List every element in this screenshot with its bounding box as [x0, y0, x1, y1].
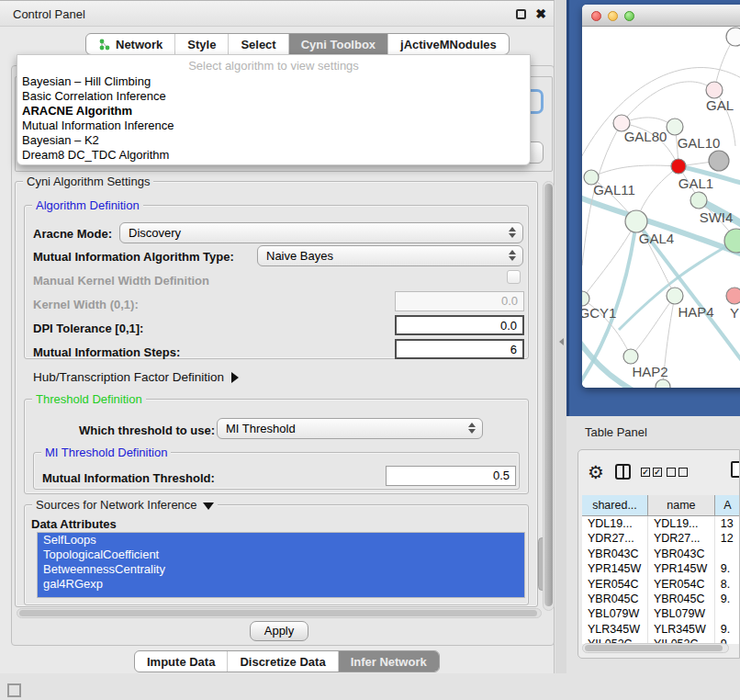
- table-row[interactable]: YBR043CYBR043C: [582, 547, 740, 561]
- new-table-icon[interactable]: [731, 461, 740, 478]
- mi-type-combo[interactable]: Naive Bayes: [257, 245, 523, 266]
- panel-divider[interactable]: [555, 0, 566, 673]
- deselect-all-boxes-icon[interactable]: [667, 468, 688, 477]
- attribute-item-betweennesscentrality[interactable]: BetweennessCentrality: [38, 562, 524, 577]
- tab-label: Impute Data: [147, 655, 215, 669]
- table-cell: 13: [715, 516, 740, 531]
- combo-arrows-icon: [509, 227, 516, 238]
- tab-select[interactable]: Select: [229, 34, 288, 54]
- table-cell: YBR043C: [582, 547, 648, 561]
- table-row[interactable]: YBL079WYBL079W: [582, 606, 740, 621]
- table-row[interactable]: YBR045CYBR045C9.: [582, 592, 740, 606]
- network-edge[interactable]: [622, 82, 714, 123]
- tab-style[interactable]: Style: [175, 34, 229, 54]
- network-node-gal1[interactable]: [671, 159, 686, 174]
- network-node-gal4[interactable]: [625, 210, 647, 232]
- table-panel-bar: Table Panel: [566, 416, 740, 447]
- tab-cyni-toolbox[interactable]: Cyni Toolbox: [289, 34, 388, 54]
- dropdown-item-mutual-information-inference[interactable]: Mutual Information Inference: [17, 119, 530, 133]
- network-node-hap4[interactable]: [667, 288, 683, 304]
- mi-threshold-label: Mutual Information Threshold:: [42, 471, 215, 485]
- network-node-swi4[interactable]: [690, 192, 707, 209]
- mi-threshold-field[interactable]: 0.5: [386, 466, 516, 486]
- table-cell: YER054C: [648, 577, 715, 592]
- table-row[interactable]: YER054CYER054C8.: [582, 577, 740, 592]
- settings-horizontal-scrollbar[interactable]: [17, 608, 542, 618]
- tab-label: Network: [116, 38, 163, 51]
- hub-section-label: Hub/Transcription Factor Definition: [33, 370, 224, 384]
- attribute-item-gal4rgexp[interactable]: gal4RGexp: [38, 577, 524, 592]
- column-header-a[interactable]: A: [715, 495, 740, 515]
- table-cell: YER054C: [582, 577, 648, 592]
- table-row[interactable]: YLR345WYLR345W9.: [582, 622, 740, 637]
- dropdown-item-bayesian-hill-climbing[interactable]: Bayesian – Hill Climbing: [17, 74, 530, 89]
- node-label-swi4: SWI4: [700, 209, 734, 225]
- dropdown-item-bayesian-k2[interactable]: Bayesian – K2: [17, 133, 530, 148]
- table-cell: 9.: [715, 561, 740, 576]
- network-node[interactable]: [656, 379, 670, 388]
- window-minimize-icon[interactable]: [608, 11, 618, 21]
- tab-impute-data[interactable]: Impute Data: [135, 651, 228, 672]
- window-zoom-icon[interactable]: [624, 11, 634, 21]
- select-all-checks-icon[interactable]: ✓✓: [641, 468, 662, 477]
- network-edge[interactable]: [631, 296, 675, 356]
- window-close-icon[interactable]: [591, 11, 601, 21]
- mi-steps-field[interactable]: 6: [395, 339, 524, 359]
- network-node-hap2[interactable]: [623, 349, 638, 364]
- table-horizontal-scrollbar[interactable]: [582, 643, 729, 653]
- tab-network[interactable]: Network: [86, 34, 175, 54]
- aracne-mode-label: Aracne Mode:: [33, 227, 112, 241]
- network-node[interactable]: [709, 151, 729, 171]
- columns-icon[interactable]: [615, 464, 631, 480]
- tab-infer-network[interactable]: Infer Network: [339, 651, 439, 672]
- tab-discretize-data[interactable]: Discretize Data: [228, 651, 338, 672]
- attribute-item-selfloops[interactable]: SelfLoops: [38, 533, 524, 548]
- table-row[interactable]: YDR27...YDR27...12: [582, 531, 740, 546]
- sources-group-title[interactable]: Sources for Network Inference: [32, 498, 218, 512]
- dock-grip-icon[interactable]: [7, 683, 21, 697]
- which-threshold-combo[interactable]: MI Threshold: [217, 418, 483, 439]
- close-icon[interactable]: ✖: [535, 6, 546, 21]
- network-view-window[interactable]: GALGAL80GAL10GAL1GAL11SWI4GAL4GCY1HAP4YH…: [582, 5, 740, 388]
- hub-section-toggle[interactable]: Hub/Transcription Factor Definition: [33, 370, 239, 384]
- attribute-item-partial[interactable]: [38, 592, 524, 597]
- tab-jactivemnodules[interactable]: jActiveMNodules: [388, 34, 509, 54]
- attribute-item-topologicalcoefficient[interactable]: TopologicalCoefficient: [38, 548, 524, 562]
- tab-label: Infer Network: [351, 655, 427, 669]
- dpi-tolerance-field[interactable]: 0.0: [395, 315, 524, 335]
- backdrop-edge: [566, 0, 569, 416]
- table-row[interactable]: YPR145WYPR145W9.: [582, 561, 740, 576]
- tab-label: Select: [241, 38, 275, 51]
- node-label-gcy1: GCY1: [582, 305, 616, 321]
- kernel-width-field[interactable]: 0.0: [395, 291, 524, 311]
- table-cell: 9.: [715, 622, 740, 637]
- settings-vertical-scrollbar[interactable]: [543, 181, 555, 611]
- node-label-gal11: GAL11: [593, 182, 635, 198]
- dropdown-item-dream8-dc-tdc-algorithm[interactable]: Dream8 DC_TDC Algorithm: [17, 148, 530, 163]
- column-header-shared[interactable]: shared...: [582, 495, 648, 515]
- network-node-gal10[interactable]: [667, 119, 683, 135]
- tab-label: Cyni Toolbox: [301, 38, 376, 51]
- divider-collapse-icon[interactable]: [559, 338, 564, 345]
- network-node-y[interactable]: [726, 288, 740, 304]
- network-canvas[interactable]: GALGAL80GAL10GAL1GAL11SWI4GAL4GCY1HAP4YH…: [582, 27, 740, 388]
- apply-button[interactable]: Apply: [250, 621, 308, 641]
- gear-icon[interactable]: ⚙: [588, 461, 604, 483]
- network-edge[interactable]: [591, 165, 678, 177]
- aracne-mode-combo[interactable]: Discovery: [119, 222, 523, 243]
- manual-kernel-checkbox[interactable]: [507, 270, 521, 284]
- float-window-icon[interactable]: [516, 9, 526, 19]
- cyni-settings-group-title: Cyni Algorithm Settings: [23, 175, 153, 188]
- network-node[interactable]: [726, 28, 740, 46]
- expanded-arrow-icon: [203, 502, 214, 510]
- column-header-name[interactable]: name: [648, 495, 715, 515]
- table-row[interactable]: YDL19...YDL19...13: [582, 516, 740, 531]
- network-node-gal[interactable]: [706, 82, 723, 98]
- dropdown-item-aracne-algorithm[interactable]: ARACNE Algorithm: [17, 104, 530, 119]
- dropdown-item-basic-correlation-inference[interactable]: Basic Correlation Inference: [17, 89, 530, 104]
- aracne-mode-value: Discovery: [129, 226, 181, 240]
- collapsed-arrow-icon: [231, 372, 239, 383]
- network-window-titlebar[interactable]: [582, 5, 740, 27]
- algorithm-definition-title: Algorithm Definition: [32, 198, 143, 212]
- data-attributes-list[interactable]: SelfLoopsTopologicalCoefficientBetweenne…: [37, 532, 525, 598]
